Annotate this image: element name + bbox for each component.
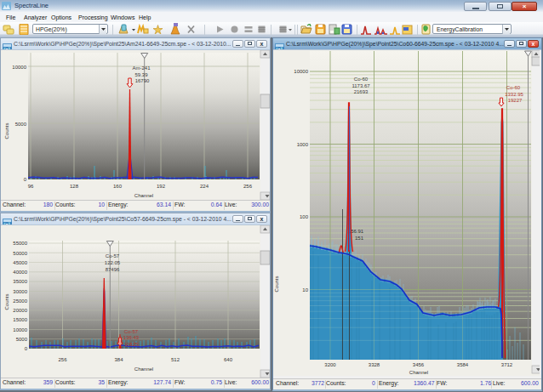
svg-text:160: 160 [113,184,123,189]
svg-text:35000: 35000 [13,279,27,284]
svg-text:Co-57: Co-57 [106,253,120,258]
svg-text:96: 96 [28,184,34,189]
svg-text:256: 256 [58,357,67,362]
svg-text:1173.67: 1173.67 [352,83,370,88]
svg-text:20000: 20000 [13,308,27,313]
svg-text:45000: 45000 [13,260,27,265]
svg-text:30000: 30000 [13,289,27,294]
svg-text:100: 100 [300,214,309,219]
svg-text:55000: 55000 [13,241,27,246]
svg-text:224: 224 [200,184,209,189]
svg-text:Channel: Channel [134,366,153,372]
svg-text:25000: 25000 [13,298,27,304]
svg-text:Co-60: Co-60 [506,85,521,90]
svg-text:3456: 3456 [413,362,425,367]
svg-text:Counts: Counts [4,122,9,139]
svg-text:384: 384 [114,357,123,362]
svg-text:40000: 40000 [13,270,27,275]
svg-text:10000: 10000 [294,69,308,74]
svg-text:Counts: Counts [4,293,9,310]
svg-text:156.91: 156.91 [348,229,364,234]
svg-text:640: 640 [224,357,233,362]
svg-text:Co-60: Co-60 [354,77,369,82]
svg-text:151: 151 [355,236,364,241]
svg-text:59.39: 59.39 [134,72,148,77]
svg-text:Counts: Counts [274,276,279,292]
svg-text:Channel: Channel [134,193,153,198]
svg-text:256: 256 [243,184,253,189]
svg-text:10000: 10000 [12,65,26,70]
svg-text:16790: 16790 [135,78,150,83]
svg-text:Channel: Channel [409,370,428,375]
svg-text:5000: 5000 [16,337,28,342]
svg-text:Am-241: Am-241 [132,65,151,71]
svg-text:1332.95: 1332.95 [505,92,523,97]
svg-text:87496: 87496 [106,267,120,272]
svg-text:5000: 5000 [15,122,27,127]
svg-text:512: 512 [171,357,180,362]
svg-text:Co-57: Co-57 [124,329,139,334]
svg-text:50000: 50000 [13,251,27,256]
svg-text:136.43: 136.43 [123,335,140,340]
svg-text:122.05: 122.05 [105,260,121,265]
svg-text:1000: 1000 [297,142,309,147]
svg-text:15000: 15000 [13,317,27,322]
svg-text:128: 128 [70,184,79,189]
svg-text:192: 192 [157,184,166,189]
svg-text:10000: 10000 [13,327,27,332]
svg-text:3584: 3584 [457,362,469,367]
svg-text:3328: 3328 [369,362,380,367]
svg-text:3200: 3200 [324,362,336,367]
svg-text:3712: 3712 [501,362,513,367]
svg-text:19227: 19227 [508,98,523,103]
svg-text:10625: 10625 [124,342,139,347]
svg-text:21693: 21693 [354,89,369,94]
svg-text:10: 10 [302,287,308,293]
